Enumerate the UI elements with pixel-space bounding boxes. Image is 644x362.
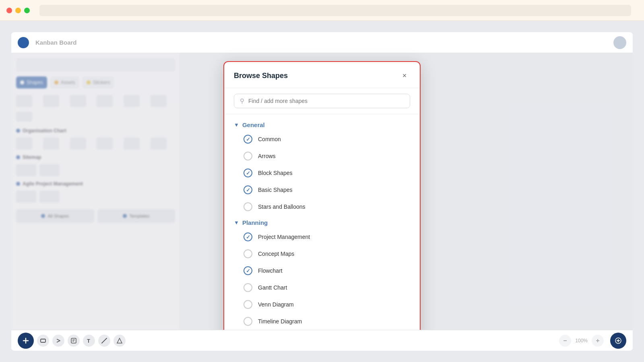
browse-shapes-modal: Browse Shapes × ⚲ ▼ General bbox=[223, 61, 421, 343]
checkbox-project-management[interactable] bbox=[244, 232, 252, 241]
shape-item-block-shapes[interactable]: Block Shapes bbox=[224, 165, 420, 181]
shape-label-block-shapes: Block Shapes bbox=[258, 170, 293, 176]
titlebar-url-bar[interactable] bbox=[39, 5, 631, 16]
shape-label-gantt-chart: Gantt Chart bbox=[258, 284, 287, 291]
shape-item-basic-shapes[interactable]: Basic Shapes bbox=[224, 181, 420, 198]
svg-line-7 bbox=[102, 338, 107, 343]
search-wrapper[interactable]: ⚲ bbox=[234, 94, 410, 108]
shape-item-arrows[interactable]: Arrows bbox=[224, 148, 420, 165]
svg-rect-3 bbox=[71, 338, 76, 343]
app-area: Kanban Board Shapes Assets Stickers bbox=[0, 21, 644, 362]
bottom-toolbar: T 100% bbox=[11, 330, 633, 351]
planning-section-title: Planning bbox=[242, 219, 268, 226]
titlebar bbox=[0, 0, 644, 21]
checkbox-venn-diagram[interactable] bbox=[244, 300, 252, 309]
titlebar-dot-red[interactable] bbox=[6, 8, 12, 13]
shape-label-project-management: Project Management bbox=[258, 234, 310, 240]
svg-rect-2 bbox=[41, 339, 45, 342]
arrow-tool[interactable] bbox=[52, 335, 64, 347]
shape-label-venn-diagram: Venn Diagram bbox=[258, 301, 294, 308]
general-section-title: General bbox=[242, 121, 265, 128]
primary-action-button[interactable] bbox=[610, 333, 626, 349]
section-header-planning[interactable]: ▼ Planning bbox=[224, 215, 420, 228]
shape-item-stars-balloons[interactable]: Stars and Balloons bbox=[224, 198, 420, 215]
modal-title: Browse Shapes bbox=[234, 72, 288, 80]
shape-label-common: Common bbox=[258, 136, 281, 142]
checkbox-basic-shapes[interactable] bbox=[244, 185, 252, 194]
shape-label-arrows: Arrows bbox=[258, 153, 276, 159]
shape-item-venn-diagram[interactable]: Venn Diagram bbox=[224, 296, 420, 313]
general-chevron-icon: ▼ bbox=[234, 122, 239, 128]
svg-text:T: T bbox=[87, 338, 90, 344]
titlebar-dot-yellow[interactable] bbox=[15, 8, 21, 13]
app-title: Kanban Board bbox=[35, 39, 77, 46]
zoom-in-button[interactable] bbox=[592, 335, 604, 347]
planning-chevron-icon: ▼ bbox=[234, 220, 239, 226]
shape-label-timeline-diagram: Timeline Diagram bbox=[258, 318, 302, 325]
shape-label-concept-maps: Concept Maps bbox=[258, 251, 294, 257]
titlebar-dot-green[interactable] bbox=[24, 8, 30, 13]
checkbox-common[interactable] bbox=[244, 135, 252, 144]
app-window: Kanban Board Shapes Assets Stickers bbox=[11, 32, 633, 351]
zoom-out-button[interactable] bbox=[559, 335, 571, 347]
checkbox-gantt-chart[interactable] bbox=[244, 283, 252, 292]
shape-item-project-management[interactable]: Project Management bbox=[224, 228, 420, 245]
user-avatar[interactable] bbox=[613, 36, 626, 49]
checkbox-block-shapes[interactable] bbox=[244, 169, 252, 177]
rectangle-tool[interactable] bbox=[37, 335, 49, 347]
checkbox-flowchart[interactable] bbox=[244, 266, 252, 275]
text-tool[interactable]: T bbox=[83, 335, 95, 347]
section-header-general[interactable]: ▼ General bbox=[224, 117, 420, 131]
modal-close-button[interactable]: × bbox=[399, 70, 410, 81]
shape-item-gantt-chart[interactable]: Gantt Chart bbox=[224, 279, 420, 296]
note-tool[interactable] bbox=[68, 335, 80, 347]
checkbox-concept-maps[interactable] bbox=[244, 249, 252, 258]
svg-marker-8 bbox=[117, 338, 122, 343]
search-icon: ⚲ bbox=[240, 97, 244, 105]
shape-label-stars-balloons: Stars and Balloons bbox=[258, 204, 305, 210]
app-toolbar: Kanban Board bbox=[11, 32, 633, 53]
shape-item-flowchart[interactable]: Flowchart bbox=[224, 262, 420, 279]
line-tool[interactable] bbox=[98, 335, 110, 347]
shape-label-basic-shapes: Basic Shapes bbox=[258, 187, 293, 193]
shape-item-concept-maps[interactable]: Concept Maps bbox=[224, 245, 420, 262]
modal-body[interactable]: ▼ General Common Arrows bbox=[224, 114, 420, 342]
modal-header: Browse Shapes × bbox=[224, 62, 420, 88]
modal-search-section: ⚲ bbox=[224, 88, 420, 114]
checkbox-timeline-diagram[interactable] bbox=[244, 317, 252, 326]
shape-item-timeline-diagram[interactable]: Timeline Diagram bbox=[224, 313, 420, 330]
modal-backdrop: Browse Shapes × ⚲ ▼ General bbox=[11, 53, 633, 330]
shapes-tool[interactable] bbox=[114, 335, 126, 347]
shape-item-common[interactable]: Common bbox=[224, 131, 420, 148]
app-logo bbox=[18, 37, 29, 48]
add-button[interactable] bbox=[18, 333, 34, 349]
shape-label-flowchart: Flowchart bbox=[258, 267, 283, 274]
search-input[interactable] bbox=[248, 98, 404, 104]
checkbox-stars-balloons[interactable] bbox=[244, 202, 252, 211]
checkbox-arrows[interactable] bbox=[244, 152, 252, 160]
